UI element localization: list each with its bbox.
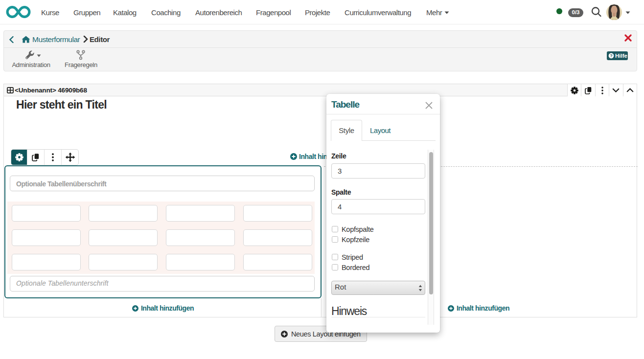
svg-text:?: ?	[610, 53, 613, 58]
